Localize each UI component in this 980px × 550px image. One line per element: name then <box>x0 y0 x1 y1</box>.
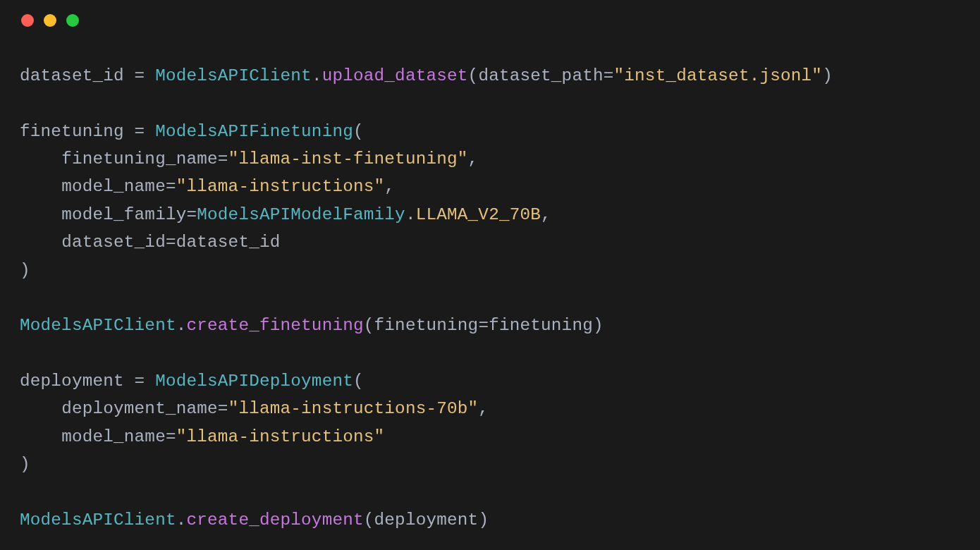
code-token: , <box>541 205 551 224</box>
code-token: ( <box>364 511 374 530</box>
code-token: , <box>384 177 395 196</box>
code-token: ModelsAPIClient <box>155 66 312 85</box>
code-token: finetuning <box>20 122 124 141</box>
code-token: "llama-instructions" <box>176 177 385 196</box>
code-token: ( <box>364 316 374 335</box>
code-token <box>20 149 61 169</box>
code-token: ModelsAPIDeployment <box>155 372 353 391</box>
code-token: finetuning_name <box>61 149 218 169</box>
code-token: = <box>478 316 489 335</box>
code-token: deployment_name <box>61 399 218 418</box>
code-window: dataset_id = ModelsAPIClient.upload_data… <box>0 0 980 550</box>
code-token: = <box>604 66 614 85</box>
code-token: finetuning <box>489 316 593 335</box>
code-token: deployment <box>374 511 479 530</box>
code-token: ( <box>353 372 364 391</box>
code-token: . <box>176 316 187 335</box>
code-token: = <box>218 399 228 418</box>
code-token: ) <box>20 455 30 474</box>
code-token: dataset_id <box>61 233 166 252</box>
code-token: = <box>166 177 176 196</box>
code-token: ModelsAPIFinetuning <box>155 122 353 141</box>
code-token: ( <box>353 122 364 141</box>
code-token: = <box>124 66 155 85</box>
code-token: "llama-inst-finetuning" <box>228 149 468 169</box>
window-titlebar <box>0 0 980 41</box>
code-token: ) <box>20 261 30 280</box>
minimize-icon[interactable] <box>44 14 56 27</box>
zoom-icon[interactable] <box>66 14 79 27</box>
code-token: , <box>478 399 489 418</box>
code-token: dataset_path <box>478 66 603 85</box>
code-token: = <box>166 427 176 446</box>
code-token: = <box>187 205 197 224</box>
code-token: create_finetuning <box>187 316 364 335</box>
code-token: model_family <box>61 205 186 224</box>
code-token: ) <box>593 316 604 335</box>
code-token: model_name <box>61 427 166 446</box>
code-token: model_name <box>61 177 166 196</box>
code-token: upload_dataset <box>322 66 468 85</box>
code-token <box>20 177 61 196</box>
code-token: . <box>405 205 416 224</box>
code-token: ModelsAPIClient <box>20 511 176 530</box>
code-token <box>20 233 61 252</box>
code-token: = <box>124 372 155 391</box>
code-token: "llama-instructions" <box>176 427 385 446</box>
code-token: "llama-instructions-70b" <box>228 399 479 418</box>
close-icon[interactable] <box>21 14 34 27</box>
code-token: create_deployment <box>187 511 364 530</box>
code-token: ModelsAPIClient <box>20 316 176 335</box>
code-token: ModelsAPIModelFamily <box>197 205 405 224</box>
code-token: dataset_id <box>20 66 124 85</box>
code-token <box>20 399 61 418</box>
code-token: = <box>124 122 155 141</box>
code-token: = <box>166 233 176 252</box>
code-token: ) <box>478 511 489 530</box>
code-token: finetuning <box>374 316 479 335</box>
code-token: deployment <box>20 372 124 391</box>
code-token: . <box>312 66 322 85</box>
code-token: ( <box>468 66 479 85</box>
code-token <box>20 205 61 224</box>
code-token: = <box>218 149 228 169</box>
code-token: . <box>176 511 187 530</box>
code-token: ) <box>822 66 833 85</box>
code-token: "inst_dataset.jsonl" <box>614 66 823 85</box>
code-token: LLAMA_V2_70B <box>416 205 541 224</box>
code-editor[interactable]: dataset_id = ModelsAPIClient.upload_data… <box>0 41 980 534</box>
code-token: dataset_id <box>176 233 281 252</box>
code-token <box>20 427 61 446</box>
code-token: , <box>468 149 479 169</box>
